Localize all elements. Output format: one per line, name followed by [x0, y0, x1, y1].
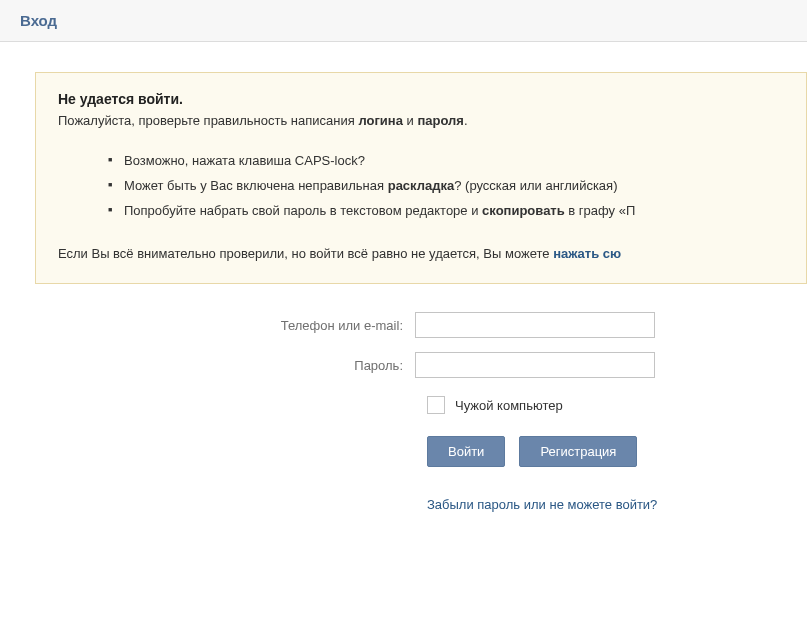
foreign-computer-label[interactable]: Чужой компьютер	[455, 398, 563, 413]
error-check-password: пароля	[417, 113, 463, 128]
error-item-copy: Попробуйте набрать свой пароль в текстов…	[108, 203, 784, 218]
error-title: Не удается войти.	[58, 91, 784, 107]
remember-row: Чужой компьютер	[427, 396, 695, 414]
error-reset-link[interactable]: нажать сю	[553, 246, 621, 261]
error-check-text: Пожалуйста, проверьте правильность напис…	[58, 113, 784, 128]
error-item-layout: Может быть у Вас включена неправильная р…	[108, 178, 784, 193]
login-button[interactable]: Войти	[427, 436, 505, 467]
forgot-password-link[interactable]: Забыли пароль или не можете войти?	[427, 497, 657, 512]
foreign-computer-checkbox[interactable]	[427, 396, 445, 414]
button-row: Войти Регистрация	[427, 436, 695, 467]
error-check-prefix: Пожалуйста, проверьте правильность напис…	[58, 113, 358, 128]
password-label: Пароль:	[35, 358, 415, 373]
error-footer: Если Вы всё внимательно проверили, но во…	[58, 246, 784, 261]
forgot-row: Забыли пароль или не можете войти?	[427, 497, 695, 512]
password-row: Пароль:	[35, 352, 695, 378]
content: Не удается войти. Пожалуйста, проверьте …	[0, 42, 807, 512]
password-field[interactable]	[415, 352, 655, 378]
error-check-mid: и	[403, 113, 418, 128]
error-box: Не удается войти. Пожалуйста, проверьте …	[35, 72, 807, 284]
page-title: Вход	[20, 12, 787, 29]
header-bar: Вход	[0, 0, 807, 42]
login-form: Телефон или e-mail: Пароль: Чужой компью…	[35, 312, 695, 512]
register-button[interactable]: Регистрация	[519, 436, 637, 467]
error-item-capslock: Возможно, нажата клавиша CAPS-lock?	[108, 153, 784, 168]
error-list: Возможно, нажата клавиша CAPS-lock? Може…	[108, 153, 784, 218]
email-field[interactable]	[415, 312, 655, 338]
error-check-suffix: .	[464, 113, 468, 128]
email-row: Телефон или e-mail:	[35, 312, 695, 338]
error-check-login: логина	[358, 113, 403, 128]
email-label: Телефон или e-mail:	[35, 318, 415, 333]
